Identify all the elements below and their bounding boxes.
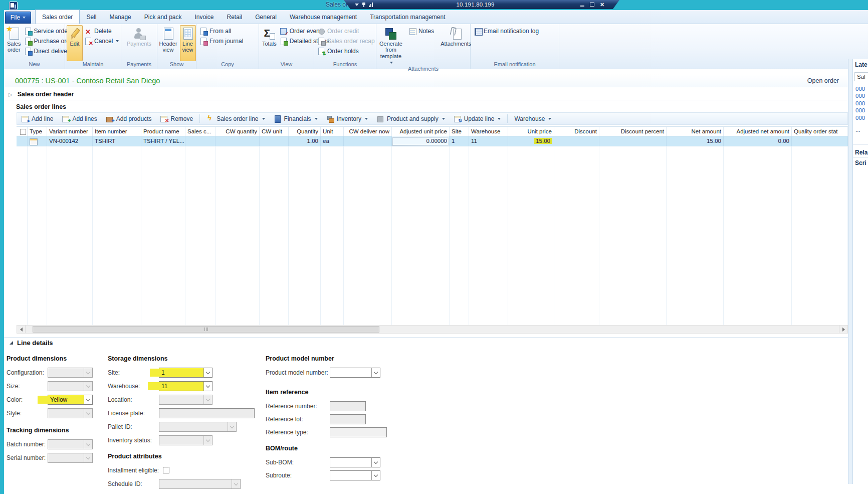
sales-order-header-section[interactable]: ▷ Sales order header: [4, 89, 852, 100]
add-lines-button[interactable]: +Add lines: [58, 113, 101, 124]
line-view-button[interactable]: Line view: [180, 25, 196, 61]
license-plate-input[interactable]: [159, 408, 255, 418]
row-cell-netamount[interactable]: 15.00: [667, 136, 724, 146]
tab-invoice[interactable]: Invoice: [188, 10, 220, 24]
subroute-combobox[interactable]: [330, 470, 380, 480]
warehouse-combobox[interactable]: 11: [159, 381, 212, 391]
installment-eligible-checkbox[interactable]: [163, 467, 169, 473]
factbox-order-link[interactable]: 000: [855, 107, 865, 113]
payments-button[interactable]: Payments: [123, 25, 155, 61]
from-journal-button[interactable]: From journal: [198, 36, 245, 46]
reference-type-input[interactable]: [330, 427, 387, 437]
row-cell-unit[interactable]: ea: [321, 136, 344, 146]
column-header-type[interactable]: Type: [28, 127, 47, 136]
column-header-discount[interactable]: Discount: [554, 127, 599, 136]
restore-button[interactable]: [588, 2, 596, 8]
row-cell-discount[interactable]: [554, 136, 599, 146]
expander-collapsed-icon[interactable]: ▷: [9, 92, 13, 97]
minimize-button[interactable]: [578, 2, 586, 8]
grid-horizontal-scrollbar[interactable]: [17, 325, 848, 334]
tab-general[interactable]: General: [249, 10, 283, 24]
location-combobox[interactable]: [159, 395, 212, 405]
remove-button[interactable]: ✕Remove: [156, 113, 197, 124]
row-cell-cwdeliver[interactable]: [344, 136, 392, 146]
row-cell-adjnetamount[interactable]: 0.00: [724, 136, 792, 146]
sales-order-recap-button[interactable]: Sales order recap: [316, 36, 377, 46]
attachments-button[interactable]: Attachments: [439, 25, 473, 66]
tab-transportation-management[interactable]: Transportation management: [363, 10, 452, 24]
tab-sell[interactable]: Sell: [80, 10, 103, 24]
color-combobox[interactable]: Yellow: [48, 395, 93, 405]
scroll-right-button[interactable]: [839, 325, 847, 333]
row-cell-warehouse[interactable]: 11: [469, 136, 508, 146]
row-cell-salesc[interactable]: [185, 136, 215, 146]
sub-bom-combobox[interactable]: [330, 457, 380, 467]
email-notification-log-button[interactable]: Email notification log: [472, 26, 541, 36]
notes-button[interactable]: Notes: [407, 26, 436, 36]
tab-pick-and-pack[interactable]: Pick and pack: [138, 10, 188, 24]
factbox-splitter[interactable]: [848, 59, 853, 484]
grid-selected-row[interactable]: VN-000142TSHIRTTSHIRT / YEL...1.00ea0.00…: [17, 136, 848, 146]
serial-number-combobox[interactable]: [48, 453, 93, 463]
generate-from-template-button[interactable]: Generate from template: [378, 25, 404, 66]
column-header-salesc[interactable]: Sales c...: [185, 127, 215, 136]
row-cell-select[interactable]: [17, 136, 28, 146]
factbox-more-link[interactable]: ...: [855, 127, 860, 133]
size-combobox[interactable]: [48, 381, 93, 391]
column-header-qty[interactable]: Quantity: [289, 127, 321, 136]
product-and-supply-menu[interactable]: Product and supply: [372, 113, 450, 124]
style-combobox[interactable]: [48, 408, 93, 418]
header-view-button[interactable]: Header view: [158, 25, 179, 61]
column-header-unitprice[interactable]: Unit price: [508, 127, 554, 136]
row-cell-product[interactable]: TSHIRT / YEL...: [141, 136, 185, 146]
add-line-button[interactable]: ▸Add line: [17, 113, 58, 124]
column-header-adjnetamount[interactable]: Adjusted net amount: [724, 127, 792, 136]
tab-sales-order[interactable]: Sales order: [35, 10, 80, 24]
row-cell-adjunitprice[interactable]: 0.00000: [392, 136, 450, 146]
configuration-combobox[interactable]: [48, 368, 93, 378]
inventory-status-combobox[interactable]: [159, 435, 212, 445]
row-cell-variant[interactable]: VN-000142: [47, 136, 93, 146]
row-cell-item[interactable]: TSHIRT: [93, 136, 141, 146]
reference-lot-input[interactable]: [330, 414, 366, 424]
row-cell-discountpct[interactable]: [599, 136, 667, 146]
column-header-site[interactable]: Site: [450, 127, 469, 136]
edit-button[interactable]: Edit: [67, 25, 83, 61]
pin-icon[interactable]: [362, 2, 366, 7]
column-header-unit[interactable]: Unit: [321, 127, 344, 136]
row-cell-type[interactable]: [28, 136, 47, 146]
factbox-order-link[interactable]: 000: [855, 100, 865, 106]
row-cell-cwqty[interactable]: [215, 136, 260, 146]
new-sales-order-button[interactable]: ★ Sales order: [6, 25, 23, 61]
sales-order-line-menu[interactable]: ϟSales order line: [202, 113, 269, 124]
column-header-cwdeliver[interactable]: CW deliver now: [344, 127, 392, 136]
order-credit-button[interactable]: Order credit: [316, 26, 377, 36]
tab-retail[interactable]: Retail: [221, 10, 249, 24]
factbox-column-header[interactable]: Sal: [854, 72, 868, 81]
pallet-id-combobox[interactable]: [159, 422, 237, 432]
factbox-order-link[interactable]: 000: [855, 86, 865, 92]
factbox-order-link[interactable]: 000: [855, 115, 865, 121]
file-menu-button[interactable]: File: [5, 12, 31, 24]
add-products-button[interactable]: +Add products: [102, 113, 156, 124]
column-header-variant[interactable]: Variant number: [47, 127, 93, 136]
inventory-menu[interactable]: Inventory: [322, 113, 372, 124]
schedule-id-combobox[interactable]: [159, 479, 241, 489]
column-header-cwqty[interactable]: CW quantity: [215, 127, 260, 136]
select-all-checkbox[interactable]: [20, 129, 26, 135]
factbox-order-link[interactable]: 000: [855, 93, 865, 99]
site-combobox[interactable]: 1: [159, 368, 212, 378]
from-all-button[interactable]: From all: [198, 26, 245, 36]
scroll-left-button[interactable]: [17, 325, 26, 333]
column-header-quality[interactable]: Quality order stat: [792, 127, 848, 136]
product-model-number-combobox[interactable]: [330, 368, 380, 378]
warehouse-menu[interactable]: Warehouse: [510, 113, 556, 124]
row-cell-cwunit[interactable]: [260, 136, 289, 146]
totals-button[interactable]: Σ Totals: [261, 25, 278, 61]
row-cell-quality[interactable]: [792, 136, 848, 146]
row-cell-unitprice[interactable]: 15.00: [508, 136, 554, 146]
column-header-warehouse[interactable]: Warehouse: [469, 127, 508, 136]
tab-manage[interactable]: Manage: [103, 10, 137, 24]
row-cell-qty[interactable]: 1.00: [289, 136, 321, 146]
column-header-netamount[interactable]: Net amount: [667, 127, 724, 136]
